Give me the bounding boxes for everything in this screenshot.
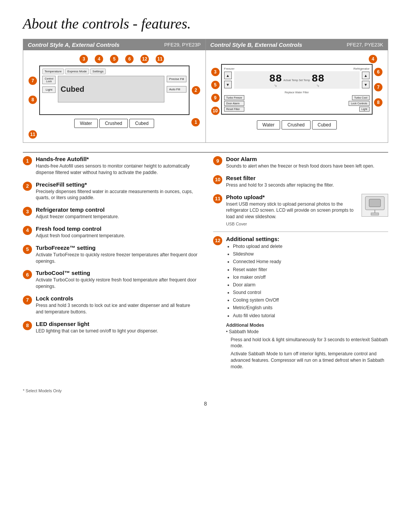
callout-7-left-a: 7: [29, 77, 37, 85]
feature-num-2: 2: [23, 182, 32, 191]
feature-title-11: Photo upload*: [226, 194, 358, 200]
list-item: Sound control: [233, 289, 388, 296]
feature-1: 1 Hands-free Autofill* Hands-free Autofi…: [23, 156, 198, 176]
callout-8-b: 8: [374, 98, 382, 107]
feature-num-9: 9: [213, 156, 222, 165]
footnote: * Select Models Only: [23, 388, 388, 393]
features-section: 1 Hands-free Autofill* Hands-free Autofi…: [23, 156, 388, 377]
callout-3-b: 3: [211, 68, 220, 76]
panel-b-title: Control Style B, External Controls: [210, 42, 303, 48]
crushed-btn-b[interactable]: Crushed: [282, 120, 310, 129]
panel-a-model: PFE29, PYE23P: [164, 42, 201, 48]
feature-text-1: Hands-free Autofill* Hands-free Autofill…: [36, 156, 198, 176]
callout-8-left-a: 8: [29, 96, 37, 104]
temperature-btn-a[interactable]: Temperature: [42, 69, 64, 74]
feature-desc-11: Insert USB memory stick to upload person…: [226, 201, 358, 220]
feature-num-4: 4: [23, 226, 32, 235]
feature-num-3: 3: [23, 207, 32, 216]
feature-title-6: TurboCool™ setting: [36, 270, 198, 276]
callout-9-b: 9: [211, 94, 220, 102]
svg-rect-1: [369, 199, 381, 207]
temp-unit-fridge: °c: [312, 85, 325, 87]
panel-b-header: Control Style B, External Controls PFE27…: [206, 39, 388, 50]
feature-title-9: Door Alarm: [226, 156, 374, 162]
lock-controls-btn-b[interactable]: Lock Controls: [349, 101, 370, 106]
feature-4: 4 Fresh food temp control Adjust fresh f…: [23, 225, 198, 239]
panel-b-body: 4 3 5 9 10 Freezer Refrigerator: [206, 50, 388, 133]
feature-desc-8: LED lighting that can be turned on/off t…: [36, 328, 158, 334]
feature-text-5: TurboFreeze™ setting Activate TurboFreez…: [36, 244, 198, 265]
list-item: Photo upload and delete: [233, 243, 388, 250]
panel-a-body: 3 4 5 6 12 11 7 8 Temperature: [23, 50, 206, 142]
feature-7: 7 Lock controls Press and hold 3 seconds…: [23, 295, 198, 315]
water-btn-a[interactable]: Water: [74, 119, 98, 128]
feature-desc-2: Precisely dispenses filtered water in ac…: [36, 189, 198, 201]
feature-desc-6: Activate TurboCool to quickly restore fr…: [36, 277, 198, 290]
callout-3-top-a: 3: [80, 55, 88, 63]
feature-text-9: Door Alarm Sounds to alert when the free…: [226, 156, 374, 169]
feature-8: 8 LED dispenser light LED lighting that …: [23, 321, 198, 334]
cubed-btn-b[interactable]: Cubed: [312, 120, 337, 129]
callout-5-top-a: 5: [110, 55, 118, 63]
section-divider: [23, 152, 388, 153]
express-mode-btn-a[interactable]: Express Mode: [65, 69, 89, 74]
freezer-down-arrow-b[interactable]: ▼: [224, 81, 232, 88]
panel-a-header: Control Style A, External Controls PFE29…: [23, 39, 206, 50]
feature-desc-3: Adjust freezer compartment temperature.: [36, 214, 119, 220]
feature-text-10: Reset filter Press and hold for 3 second…: [226, 175, 334, 189]
feature-3: 3 Refrigerator temp control Adjust freez…: [23, 206, 198, 220]
feature-text-4: Fresh food temp control Adjust fresh foo…: [36, 225, 125, 239]
crushed-btn-a[interactable]: Crushed: [99, 119, 128, 128]
feature-num-7: 7: [23, 296, 32, 305]
feature-11: 11 Photo upload* Insert USB memory stick…: [213, 194, 388, 226]
feature-title-12: Additional settings:: [226, 236, 388, 242]
feature-6: 6 TurboCool™ setting Activate TurboCool …: [23, 270, 198, 290]
callout-7-b: 7: [374, 83, 382, 91]
list-item: Metric/English units: [233, 304, 388, 312]
feature-text-8: LED dispenser light LED lighting that ca…: [36, 321, 158, 334]
light-btn-a[interactable]: Light: [42, 86, 56, 93]
feature-12: 12 Additional settings: Photo upload and…: [213, 236, 388, 372]
list-item: Connected Home ready: [233, 258, 388, 265]
auto-fill-btn-a[interactable]: Auto Fill: [167, 86, 186, 93]
control-panel-a: Control Style A, External Controls PFE29…: [23, 39, 206, 142]
actual-temp-label-b: Actual Temp Set Temp: [284, 79, 310, 81]
turbo-cool-btn-b[interactable]: Turbo Cool: [352, 95, 370, 100]
feature-5: 5 TurboFreeze™ setting Activate TurboFre…: [23, 244, 198, 265]
fridge-up-arrow-b[interactable]: ▲: [362, 72, 370, 79]
page-title: About the controls - features.: [23, 15, 388, 32]
replace-water-label-b: Replace Water Filter: [224, 91, 370, 94]
door-alarm-btn-b[interactable]: Door Alarm: [224, 101, 245, 106]
feature-num-5: 5: [23, 245, 32, 254]
temp-unit-freezer: °c: [269, 85, 282, 87]
controls-panels-row: Control Style A, External Controls PFE29…: [23, 39, 388, 143]
light-btn-b[interactable]: Light: [359, 107, 370, 112]
cubed-label-a: Cubed: [61, 85, 84, 94]
feature-title-7: Lock controls: [36, 295, 198, 302]
callout-1-bottom-a: 1: [191, 118, 200, 126]
water-btn-b[interactable]: Water: [257, 120, 280, 129]
feature-text-2: PreciseFill setting* Precisely dispenses…: [36, 181, 198, 201]
feature-text-12: Additional settings: Photo upload and de…: [226, 236, 388, 372]
feature-divider: [213, 232, 388, 232]
control-panel-b: Control Style B, External Controls PFE27…: [206, 39, 388, 142]
cubed-btn-a[interactable]: Cubed: [129, 119, 154, 128]
turbo-freeze-btn-b[interactable]: Turbo Freeze: [224, 95, 245, 100]
reset-filter-btn-b[interactable]: Reset Filter: [224, 107, 245, 112]
freezer-temp-display-b: 88: [269, 73, 282, 85]
feature-2: 2 PreciseFill setting* Precisely dispens…: [23, 181, 198, 201]
callout-5-b: 5: [211, 81, 220, 89]
list-item: Cooling system On/Off: [233, 297, 388, 304]
freezer-up-arrow-b[interactable]: ▲: [224, 72, 232, 79]
fridge-down-arrow-b[interactable]: ▼: [362, 81, 370, 88]
feature-title-8: LED dispenser light: [36, 321, 158, 327]
settings-btn-a[interactable]: Settings: [90, 69, 106, 74]
control-lock-btn-a[interactable]: ControlLock: [42, 76, 56, 84]
features-left-col: 1 Hands-free Autofill* Hands-free Autofi…: [23, 156, 198, 377]
precise-fill-btn-a[interactable]: Precise Fill: [167, 76, 186, 82]
feature-title-1: Hands-free Autofill*: [36, 156, 198, 162]
usb-cover-label: USB Cover: [226, 222, 358, 226]
feature-text-11: Photo upload* Insert USB memory stick to…: [226, 194, 388, 226]
feature-10: 10 Reset filter Press and hold for 3 sec…: [213, 175, 388, 189]
list-item: Slideshow: [233, 251, 388, 258]
